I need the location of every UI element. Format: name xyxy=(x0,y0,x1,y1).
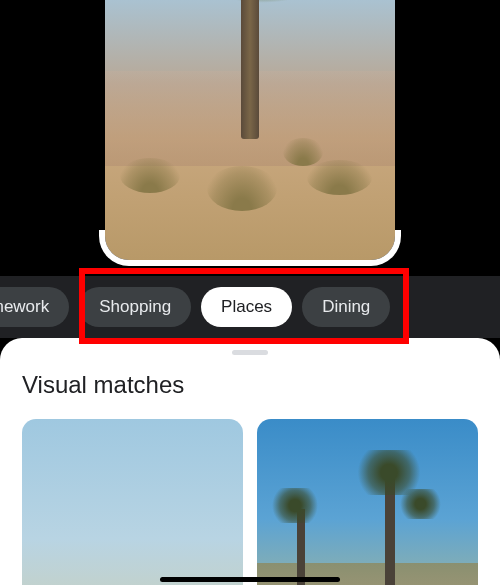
chip-shopping[interactable]: Shopping xyxy=(79,287,191,327)
captured-image[interactable] xyxy=(105,0,395,260)
visual-matches-grid xyxy=(22,419,478,585)
match-result-2[interactable] xyxy=(257,419,478,585)
match-result-1[interactable] xyxy=(22,419,243,585)
mode-chip-bar: Homework Shopping Places Dining xyxy=(0,276,500,338)
viewfinder-frame xyxy=(105,0,395,260)
sheet-drag-handle[interactable] xyxy=(232,350,268,355)
match-thumbnail xyxy=(22,419,243,585)
chip-dining[interactable]: Dining xyxy=(302,287,390,327)
home-indicator[interactable] xyxy=(160,577,340,582)
results-bottom-sheet[interactable]: Visual matches xyxy=(0,338,500,585)
match-thumbnail xyxy=(257,419,478,585)
chip-places[interactable]: Places xyxy=(201,287,292,327)
section-title: Visual matches xyxy=(22,371,478,399)
chip-homework[interactable]: Homework xyxy=(0,287,69,327)
